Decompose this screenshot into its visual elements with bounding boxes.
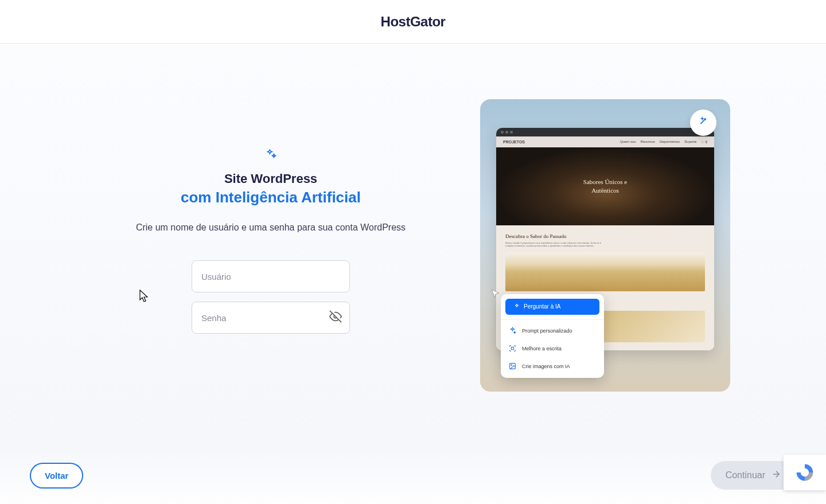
ai-menu-label: Crie imagens com IA: [522, 364, 570, 369]
preview-content-desc: Nossa missão é proporcionar uma experiên…: [505, 241, 609, 248]
title-line-2: com Inteligência Artificial: [181, 189, 361, 206]
recaptcha-icon: [794, 462, 815, 483]
footer: Voltar Continuar: [0, 447, 826, 504]
preview-nav-item: Depoimentos: [660, 140, 680, 144]
ai-menu-label: Melhore a escrita: [522, 346, 562, 351]
ai-menu-item-prompt[interactable]: Prompt personalizado: [501, 322, 604, 340]
preview-site-header: PROJETOS Quem sou Recursos Depoimentos S…: [496, 136, 714, 147]
recaptcha-badge: [784, 455, 826, 490]
continue-label: Continuar: [726, 470, 765, 480]
preview-column: PROJETOS Quem sou Recursos Depoimentos S…: [480, 99, 730, 392]
ask-ai-label: Perguntar à IA: [524, 303, 560, 310]
header: HostGator: [0, 0, 826, 44]
preview-nav-item: Recursos: [641, 140, 655, 144]
main-content: Site WordPress com Inteligência Artifici…: [0, 44, 826, 447]
preview-card: PROJETOS Quem sou Recursos Depoimentos S…: [480, 99, 730, 392]
back-button[interactable]: Voltar: [30, 463, 83, 489]
sparkle-small-icon: [509, 327, 516, 335]
title-line-1: Site WordPress: [224, 171, 317, 186]
ai-menu: Perguntar à IA Prompt personalizado Melh…: [501, 294, 604, 378]
ai-badge-icon: [690, 110, 716, 136]
ai-menu-item-images[interactable]: Crie imagens com IA: [501, 358, 604, 376]
preview-nav-item: Suporte: [684, 140, 696, 144]
password-group: [192, 302, 350, 334]
ai-menu-item-improve[interactable]: Melhore a escrita: [501, 340, 604, 358]
preview-food-image: [505, 252, 705, 291]
preview-content-title: Descubra o Sabor do Passado: [505, 233, 705, 239]
preview-hero-title-2: Autênticos: [583, 186, 627, 194]
browser-bar: [496, 128, 714, 136]
ai-menu-label: Prompt personalizado: [522, 328, 572, 334]
username-group: [192, 260, 350, 292]
preview-hero: Sabores Únicos e Autênticos: [496, 147, 714, 225]
svg-rect-1: [511, 347, 513, 349]
logo: HostGator: [381, 14, 446, 30]
preview-nav-item: Quem sou: [620, 140, 636, 144]
arrow-right-icon: [771, 469, 781, 482]
eye-off-icon[interactable]: [329, 310, 342, 325]
preview-site-logo: PROJETOS: [503, 140, 525, 144]
username-input[interactable]: [192, 260, 350, 292]
form-column: Site WordPress com Inteligência Artifici…: [96, 147, 446, 343]
preview-hero-title-1: Sabores Únicos e: [583, 178, 627, 186]
cursor-icon: [490, 288, 501, 301]
scan-icon: [509, 345, 516, 353]
preview-content: Descubra o Sabor do Passado Nossa missão…: [496, 225, 714, 297]
subtitle: Crie um nome de usuário e uma senha para…: [136, 222, 406, 233]
ask-ai-button[interactable]: Perguntar à IA: [505, 299, 599, 315]
sparkle-icon: [264, 147, 277, 162]
image-ai-icon: [509, 362, 516, 371]
password-input[interactable]: [192, 302, 350, 334]
svg-point-3: [511, 364, 512, 365]
